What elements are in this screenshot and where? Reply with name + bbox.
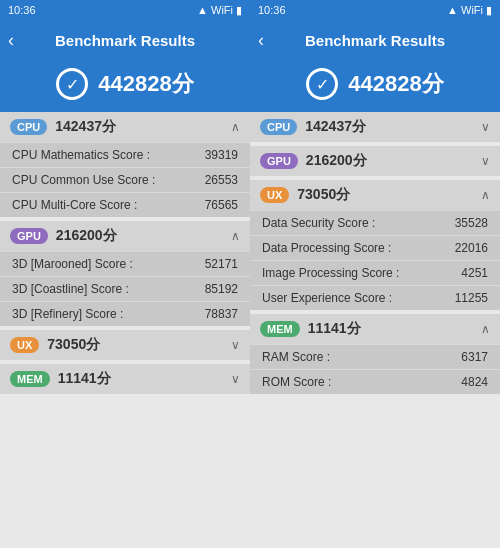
chevron-icon: ∨	[231, 338, 240, 352]
section-left: GPU 216200分	[10, 227, 117, 245]
section-header-ux[interactable]: UX 73050分 ∧	[250, 180, 500, 210]
score-row: CPU Mathematics Score : 39319	[0, 142, 250, 167]
row-value: 6317	[461, 350, 488, 364]
row-label: Image Processing Score :	[262, 266, 461, 280]
check-icon: ✓	[56, 68, 88, 100]
total-score-bar: ✓ 442828分	[250, 60, 500, 112]
section-left: MEM 11141分	[10, 370, 111, 388]
row-value: 52171	[205, 257, 238, 271]
badge-ux: UX	[260, 187, 289, 203]
section-score: 11141分	[58, 370, 111, 388]
section-header-mem[interactable]: MEM 11141分 ∧	[250, 314, 500, 344]
row-label: CPU Common Use Score :	[12, 173, 205, 187]
status-bar: 10:36 ▲ WiFi ▮	[250, 0, 500, 20]
section-left: CPU 142437分	[260, 118, 366, 136]
header-title: Benchmark Results	[55, 32, 195, 49]
row-value: 85192	[205, 282, 238, 296]
back-button[interactable]: ‹	[258, 30, 264, 51]
score-row: User Experience Score : 11255	[250, 285, 500, 310]
header: ‹ Benchmark Results	[250, 20, 500, 60]
section-left: MEM 11141分	[260, 320, 361, 338]
chevron-icon: ∧	[231, 229, 240, 243]
chevron-icon: ∨	[231, 372, 240, 386]
signal-icon: ▲	[447, 4, 458, 16]
row-label: Data Security Score :	[262, 216, 455, 230]
row-label: 3D [Marooned] Score :	[12, 257, 205, 271]
section-score: 73050分	[297, 186, 350, 204]
chevron-icon: ∧	[231, 120, 240, 134]
section-left: GPU 216200分	[260, 152, 367, 170]
status-time: 10:36	[8, 4, 36, 16]
status-time: 10:36	[258, 4, 286, 16]
content-area: CPU 142437分 ∧ CPU Mathematics Score : 39…	[0, 112, 250, 548]
row-label: ROM Score :	[262, 375, 461, 389]
row-value: 39319	[205, 148, 238, 162]
section-header-gpu[interactable]: GPU 216200分 ∨	[250, 146, 500, 176]
badge-mem: MEM	[260, 321, 300, 337]
row-label: 3D [Refinery] Score :	[12, 307, 205, 321]
section-left: CPU 142437分	[10, 118, 116, 136]
row-label: RAM Score :	[262, 350, 461, 364]
section-score: 142437分	[305, 118, 366, 136]
chevron-icon: ∨	[481, 154, 490, 168]
status-icons: ▲ WiFi ▮	[447, 4, 492, 17]
section-score: 216200分	[306, 152, 367, 170]
row-value: 4824	[461, 375, 488, 389]
score-row: CPU Multi-Core Score : 76565	[0, 192, 250, 217]
score-row: Image Processing Score : 4251	[250, 260, 500, 285]
panel-left: 10:36 ▲ WiFi ▮ ‹ Benchmark Results ✓ 442…	[0, 0, 250, 548]
back-button[interactable]: ‹	[8, 30, 14, 51]
panel-right: 10:36 ▲ WiFi ▮ ‹ Benchmark Results ✓ 442…	[250, 0, 500, 548]
score-row: ROM Score : 4824	[250, 369, 500, 394]
badge-ux: UX	[10, 337, 39, 353]
section-header-cpu[interactable]: CPU 142437分 ∧	[0, 112, 250, 142]
score-row: CPU Common Use Score : 26553	[0, 167, 250, 192]
section-score: 142437分	[55, 118, 116, 136]
badge-gpu: GPU	[260, 153, 298, 169]
section-score: 11141分	[308, 320, 361, 338]
status-bar: 10:36 ▲ WiFi ▮	[0, 0, 250, 20]
section-header-mem[interactable]: MEM 11141分 ∨	[0, 364, 250, 394]
badge-cpu: CPU	[10, 119, 47, 135]
content-area: CPU 142437分 ∨ GPU 216200分 ∨ UX 73050分 ∧ …	[250, 112, 500, 548]
status-icons: ▲ WiFi ▮	[197, 4, 242, 17]
score-row: Data Security Score : 35528	[250, 210, 500, 235]
chevron-icon: ∧	[481, 322, 490, 336]
header: ‹ Benchmark Results	[0, 20, 250, 60]
row-label: CPU Mathematics Score :	[12, 148, 205, 162]
section-left: UX 73050分	[260, 186, 350, 204]
section-score: 73050分	[47, 336, 100, 354]
row-value: 11255	[455, 291, 488, 305]
row-value: 22016	[455, 241, 488, 255]
chevron-icon: ∨	[481, 120, 490, 134]
wifi-icon: WiFi	[461, 4, 483, 16]
row-value: 76565	[205, 198, 238, 212]
score-row: 3D [Refinery] Score : 78837	[0, 301, 250, 326]
row-value: 26553	[205, 173, 238, 187]
row-label: 3D [Coastline] Score :	[12, 282, 205, 296]
total-score: 442828分	[348, 69, 443, 99]
battery-icon: ▮	[236, 4, 242, 17]
section-header-ux[interactable]: UX 73050分 ∨	[0, 330, 250, 360]
check-icon: ✓	[306, 68, 338, 100]
section-header-cpu[interactable]: CPU 142437分 ∨	[250, 112, 500, 142]
badge-cpu: CPU	[260, 119, 297, 135]
badge-mem: MEM	[10, 371, 50, 387]
score-row: RAM Score : 6317	[250, 344, 500, 369]
score-row: Data Processing Score : 22016	[250, 235, 500, 260]
section-header-gpu[interactable]: GPU 216200分 ∧	[0, 221, 250, 251]
row-label: CPU Multi-Core Score :	[12, 198, 205, 212]
badge-gpu: GPU	[10, 228, 48, 244]
row-value: 35528	[455, 216, 488, 230]
row-label: User Experience Score :	[262, 291, 455, 305]
battery-icon: ▮	[486, 4, 492, 17]
score-row: 3D [Coastline] Score : 85192	[0, 276, 250, 301]
row-label: Data Processing Score :	[262, 241, 455, 255]
row-value: 4251	[461, 266, 488, 280]
total-score: 442828分	[98, 69, 193, 99]
header-title: Benchmark Results	[305, 32, 445, 49]
wifi-icon: WiFi	[211, 4, 233, 16]
section-score: 216200分	[56, 227, 117, 245]
total-score-bar: ✓ 442828分	[0, 60, 250, 112]
signal-icon: ▲	[197, 4, 208, 16]
